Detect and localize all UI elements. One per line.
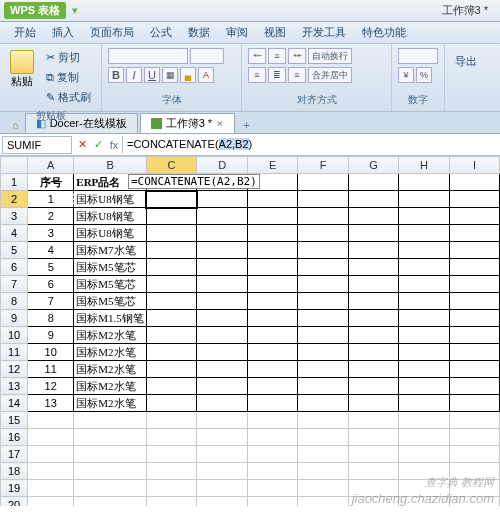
cell[interactable] — [146, 446, 197, 463]
cell[interactable] — [348, 395, 399, 412]
cell[interactable] — [298, 446, 348, 463]
cell[interactable] — [348, 446, 399, 463]
col-header-D[interactable]: D — [197, 157, 248, 174]
row-header[interactable]: 7 — [1, 276, 28, 293]
cell[interactable] — [399, 412, 450, 429]
col-header-I[interactable]: I — [449, 157, 499, 174]
cell[interactable] — [348, 225, 399, 242]
cell[interactable] — [348, 378, 399, 395]
cell[interactable] — [348, 361, 399, 378]
cell[interactable] — [197, 378, 248, 395]
cell[interactable] — [74, 412, 147, 429]
row-header[interactable]: 1 — [1, 174, 28, 191]
cell[interactable] — [399, 395, 450, 412]
cell[interactable] — [348, 310, 399, 327]
cell[interactable] — [399, 344, 450, 361]
cell[interactable] — [399, 361, 450, 378]
cell[interactable] — [399, 497, 450, 507]
cell[interactable] — [298, 310, 348, 327]
font-family-select[interactable] — [108, 48, 188, 64]
cell[interactable] — [28, 429, 74, 446]
cut-button[interactable]: ✂剪切 — [42, 48, 95, 67]
cell[interactable] — [399, 225, 450, 242]
align-left-button[interactable]: ≡ — [248, 67, 266, 83]
cell[interactable]: 国标U8钢笔 — [74, 208, 147, 225]
cell[interactable] — [298, 174, 348, 191]
cell[interactable] — [348, 259, 399, 276]
cell[interactable] — [449, 293, 499, 310]
cell[interactable] — [197, 242, 248, 259]
cell[interactable] — [399, 446, 450, 463]
row-header[interactable]: 6 — [1, 259, 28, 276]
cell[interactable]: 序号 — [28, 174, 74, 191]
cell[interactable]: 国标U8钢笔 — [74, 225, 147, 242]
cell[interactable]: 国标M1.5钢笔 — [74, 310, 147, 327]
cell[interactable]: 国标M2水笔 — [74, 395, 147, 412]
cell[interactable] — [449, 378, 499, 395]
cell[interactable] — [197, 208, 248, 225]
cell[interactable] — [449, 310, 499, 327]
cell[interactable] — [298, 293, 348, 310]
cell[interactable] — [146, 208, 197, 225]
cell[interactable] — [247, 208, 297, 225]
cell[interactable] — [298, 276, 348, 293]
align-bot-button[interactable]: ⬵ — [288, 48, 306, 64]
cell[interactable] — [399, 191, 450, 208]
underline-button[interactable]: U — [144, 67, 160, 83]
cell[interactable] — [348, 480, 399, 497]
format-painter-button[interactable]: ✎格式刷 — [42, 88, 95, 107]
row-header[interactable]: 3 — [1, 208, 28, 225]
cell[interactable] — [298, 242, 348, 259]
cell[interactable] — [247, 395, 297, 412]
name-box[interactable] — [2, 136, 72, 154]
cell[interactable] — [146, 242, 197, 259]
cell[interactable] — [449, 395, 499, 412]
cell[interactable] — [348, 429, 399, 446]
menu-review[interactable]: 审阅 — [218, 23, 256, 42]
bold-button[interactable]: B — [108, 67, 124, 83]
cell[interactable] — [247, 446, 297, 463]
cell[interactable] — [298, 191, 348, 208]
cell[interactable] — [146, 395, 197, 412]
row-header[interactable]: 4 — [1, 225, 28, 242]
cell[interactable] — [298, 497, 348, 507]
col-header-C[interactable]: C — [146, 157, 197, 174]
cell[interactable] — [28, 412, 74, 429]
cell[interactable] — [298, 429, 348, 446]
cell[interactable] — [298, 225, 348, 242]
cell[interactable] — [298, 463, 348, 480]
cell[interactable] — [348, 344, 399, 361]
cell[interactable] — [146, 412, 197, 429]
cell[interactable] — [146, 429, 197, 446]
cell[interactable] — [146, 327, 197, 344]
cell[interactable] — [197, 395, 248, 412]
cell[interactable] — [298, 344, 348, 361]
cell[interactable]: 国标M2水笔 — [74, 344, 147, 361]
formula-input[interactable]: =CONCATENATE(A2,B2) — [122, 136, 500, 153]
cell[interactable] — [197, 259, 248, 276]
row-header[interactable]: 11 — [1, 344, 28, 361]
cell[interactable] — [247, 293, 297, 310]
percent-button[interactable]: % — [416, 67, 432, 83]
cell[interactable] — [197, 225, 248, 242]
menu-layout[interactable]: 页面布局 — [82, 23, 142, 42]
row-header[interactable]: 20 — [1, 497, 28, 507]
cell[interactable]: 国标M5笔芯 — [74, 259, 147, 276]
cell[interactable] — [146, 310, 197, 327]
cell[interactable] — [146, 191, 197, 208]
cell[interactable] — [399, 480, 450, 497]
cell[interactable] — [247, 191, 297, 208]
cell[interactable]: 国标M5笔芯 — [74, 276, 147, 293]
align-mid-button[interactable]: ≡ — [268, 48, 286, 64]
cell[interactable] — [74, 446, 147, 463]
cell[interactable] — [197, 344, 248, 361]
cell[interactable]: 6 — [28, 276, 74, 293]
cell[interactable] — [146, 480, 197, 497]
cell[interactable] — [348, 412, 399, 429]
currency-button[interactable]: ¥ — [398, 67, 414, 83]
cell[interactable]: 国标M5笔芯 — [74, 293, 147, 310]
align-right-button[interactable]: ≡ — [288, 67, 306, 83]
cell[interactable] — [247, 259, 297, 276]
select-all-corner[interactable] — [1, 157, 28, 174]
cell[interactable] — [348, 191, 399, 208]
